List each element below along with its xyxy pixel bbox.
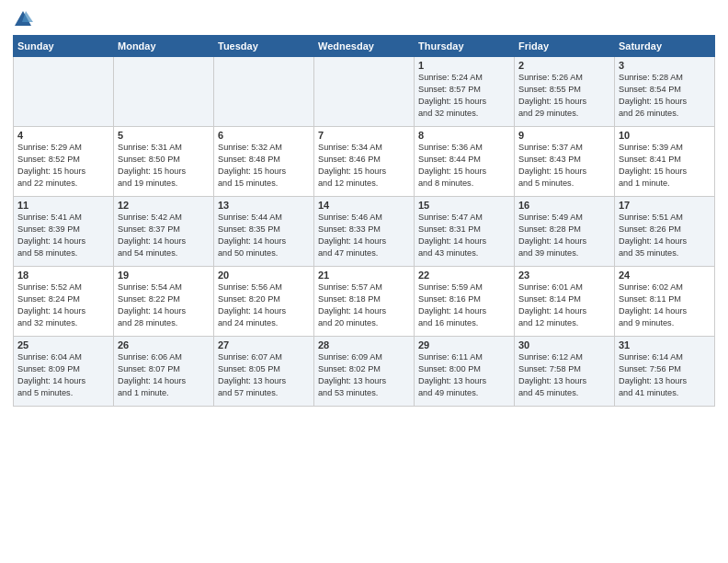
day-info: Sunrise: 6:01 AM Sunset: 8:14 PM Dayligh… <box>518 282 610 329</box>
day-info: Sunrise: 6:09 AM Sunset: 8:02 PM Dayligh… <box>318 351 410 399</box>
day-info: Sunrise: 5:44 AM Sunset: 8:35 PM Dayligh… <box>218 212 310 259</box>
day-number: 31 <box>619 339 711 350</box>
calendar-cell: 25Sunrise: 6:04 AM Sunset: 8:09 PM Dayli… <box>14 337 114 407</box>
calendar-cell: 5Sunrise: 5:31 AM Sunset: 8:50 PM Daylig… <box>114 127 214 197</box>
calendar-cell: 3Sunrise: 5:28 AM Sunset: 8:54 PM Daylig… <box>615 57 715 127</box>
day-info: Sunrise: 5:37 AM Sunset: 8:43 PM Dayligh… <box>518 142 610 190</box>
day-number: 19 <box>118 270 210 281</box>
calendar-cell: 31Sunrise: 6:14 AM Sunset: 7:56 PM Dayli… <box>615 337 715 407</box>
day-number: 26 <box>118 339 210 350</box>
header-row: SundayMondayTuesdayWednesdayThursdayFrid… <box>14 36 715 57</box>
day-number: 2 <box>518 60 610 71</box>
week-row-5: 25Sunrise: 6:04 AM Sunset: 8:09 PM Dayli… <box>14 337 715 407</box>
day-info: Sunrise: 6:14 AM Sunset: 7:56 PM Dayligh… <box>619 351 711 399</box>
header-cell-saturday: Saturday <box>615 36 715 57</box>
header-cell-friday: Friday <box>515 36 615 57</box>
day-number: 8 <box>418 130 510 141</box>
day-info: Sunrise: 5:52 AM Sunset: 8:24 PM Dayligh… <box>17 282 109 329</box>
calendar-cell <box>214 57 314 127</box>
calendar-cell: 2Sunrise: 5:26 AM Sunset: 8:55 PM Daylig… <box>515 57 615 127</box>
header-cell-thursday: Thursday <box>415 36 515 57</box>
calendar-body: 1Sunrise: 5:24 AM Sunset: 8:57 PM Daylig… <box>14 57 715 407</box>
calendar-cell <box>314 57 415 127</box>
day-number: 10 <box>619 130 711 141</box>
day-info: Sunrise: 5:57 AM Sunset: 8:18 PM Dayligh… <box>318 282 410 329</box>
calendar-cell: 26Sunrise: 6:06 AM Sunset: 8:07 PM Dayli… <box>114 337 214 407</box>
day-number: 11 <box>17 200 109 211</box>
day-number: 21 <box>318 270 410 281</box>
calendar-cell: 19Sunrise: 5:54 AM Sunset: 8:22 PM Dayli… <box>114 267 214 337</box>
calendar-cell: 28Sunrise: 6:09 AM Sunset: 8:02 PM Dayli… <box>314 337 415 407</box>
day-number: 17 <box>619 200 711 211</box>
header-cell-monday: Monday <box>114 36 214 57</box>
day-number: 6 <box>218 130 310 141</box>
day-number: 13 <box>218 200 310 211</box>
day-info: Sunrise: 5:59 AM Sunset: 8:16 PM Dayligh… <box>418 282 510 329</box>
day-number: 15 <box>418 200 510 211</box>
day-info: Sunrise: 6:04 AM Sunset: 8:09 PM Dayligh… <box>17 351 109 399</box>
day-info: Sunrise: 5:34 AM Sunset: 8:46 PM Dayligh… <box>318 142 410 190</box>
calendar-cell: 12Sunrise: 5:42 AM Sunset: 8:37 PM Dayli… <box>114 197 214 267</box>
day-info: Sunrise: 5:36 AM Sunset: 8:44 PM Dayligh… <box>418 142 510 190</box>
calendar-cell: 20Sunrise: 5:56 AM Sunset: 8:20 PM Dayli… <box>214 267 314 337</box>
calendar-cell: 27Sunrise: 6:07 AM Sunset: 8:05 PM Dayli… <box>214 337 314 407</box>
week-row-1: 1Sunrise: 5:24 AM Sunset: 8:57 PM Daylig… <box>14 57 715 127</box>
calendar-cell: 23Sunrise: 6:01 AM Sunset: 8:14 PM Dayli… <box>515 267 615 337</box>
day-number: 22 <box>418 270 510 281</box>
calendar-cell: 17Sunrise: 5:51 AM Sunset: 8:26 PM Dayli… <box>615 197 715 267</box>
header <box>13 9 715 29</box>
day-info: Sunrise: 6:07 AM Sunset: 8:05 PM Dayligh… <box>218 351 310 399</box>
day-info: Sunrise: 5:31 AM Sunset: 8:50 PM Dayligh… <box>118 142 210 190</box>
day-info: Sunrise: 6:12 AM Sunset: 7:58 PM Dayligh… <box>518 351 610 399</box>
logo <box>13 9 35 29</box>
calendar-cell: 30Sunrise: 6:12 AM Sunset: 7:58 PM Dayli… <box>515 337 615 407</box>
week-row-2: 4Sunrise: 5:29 AM Sunset: 8:52 PM Daylig… <box>14 127 715 197</box>
calendar-cell: 10Sunrise: 5:39 AM Sunset: 8:41 PM Dayli… <box>615 127 715 197</box>
header-cell-tuesday: Tuesday <box>214 36 314 57</box>
day-number: 25 <box>17 339 109 350</box>
calendar-cell: 18Sunrise: 5:52 AM Sunset: 8:24 PM Dayli… <box>14 267 114 337</box>
calendar-cell: 22Sunrise: 5:59 AM Sunset: 8:16 PM Dayli… <box>415 267 515 337</box>
calendar-cell: 9Sunrise: 5:37 AM Sunset: 8:43 PM Daylig… <box>515 127 615 197</box>
day-number: 16 <box>518 200 610 211</box>
day-info: Sunrise: 6:02 AM Sunset: 8:11 PM Dayligh… <box>619 282 711 329</box>
calendar-cell: 16Sunrise: 5:49 AM Sunset: 8:28 PM Dayli… <box>515 197 615 267</box>
week-row-4: 18Sunrise: 5:52 AM Sunset: 8:24 PM Dayli… <box>14 267 715 337</box>
calendar-cell: 4Sunrise: 5:29 AM Sunset: 8:52 PM Daylig… <box>14 127 114 197</box>
calendar-table: SundayMondayTuesdayWednesdayThursdayFrid… <box>13 35 715 407</box>
calendar-cell: 6Sunrise: 5:32 AM Sunset: 8:48 PM Daylig… <box>214 127 314 197</box>
day-number: 9 <box>518 130 610 141</box>
day-number: 5 <box>118 130 210 141</box>
day-info: Sunrise: 5:26 AM Sunset: 8:55 PM Dayligh… <box>518 72 610 120</box>
calendar-cell: 14Sunrise: 5:46 AM Sunset: 8:33 PM Dayli… <box>314 197 415 267</box>
day-number: 23 <box>518 270 610 281</box>
day-number: 27 <box>218 339 310 350</box>
calendar-cell: 11Sunrise: 5:41 AM Sunset: 8:39 PM Dayli… <box>14 197 114 267</box>
calendar-cell: 13Sunrise: 5:44 AM Sunset: 8:35 PM Dayli… <box>214 197 314 267</box>
calendar-cell: 7Sunrise: 5:34 AM Sunset: 8:46 PM Daylig… <box>314 127 415 197</box>
header-cell-sunday: Sunday <box>14 36 114 57</box>
day-info: Sunrise: 5:42 AM Sunset: 8:37 PM Dayligh… <box>118 212 210 259</box>
day-info: Sunrise: 5:24 AM Sunset: 8:57 PM Dayligh… <box>418 72 510 120</box>
day-info: Sunrise: 5:32 AM Sunset: 8:48 PM Dayligh… <box>218 142 310 190</box>
day-info: Sunrise: 5:41 AM Sunset: 8:39 PM Dayligh… <box>17 212 109 259</box>
day-number: 7 <box>318 130 410 141</box>
calendar-cell <box>114 57 214 127</box>
day-info: Sunrise: 5:46 AM Sunset: 8:33 PM Dayligh… <box>318 212 410 259</box>
day-info: Sunrise: 6:06 AM Sunset: 8:07 PM Dayligh… <box>118 351 210 399</box>
day-number: 18 <box>17 270 109 281</box>
calendar-cell: 24Sunrise: 6:02 AM Sunset: 8:11 PM Dayli… <box>615 267 715 337</box>
calendar-cell <box>14 57 114 127</box>
calendar-header: SundayMondayTuesdayWednesdayThursdayFrid… <box>14 36 715 57</box>
day-info: Sunrise: 5:47 AM Sunset: 8:31 PM Dayligh… <box>418 212 510 259</box>
day-info: Sunrise: 6:11 AM Sunset: 8:00 PM Dayligh… <box>418 351 510 399</box>
calendar-cell: 8Sunrise: 5:36 AM Sunset: 8:44 PM Daylig… <box>415 127 515 197</box>
calendar-cell: 29Sunrise: 6:11 AM Sunset: 8:00 PM Dayli… <box>415 337 515 407</box>
day-info: Sunrise: 5:39 AM Sunset: 8:41 PM Dayligh… <box>619 142 711 190</box>
day-number: 20 <box>218 270 310 281</box>
logo-icon <box>13 9 33 29</box>
day-number: 4 <box>17 130 109 141</box>
calendar-cell: 15Sunrise: 5:47 AM Sunset: 8:31 PM Dayli… <box>415 197 515 267</box>
page: SundayMondayTuesdayWednesdayThursdayFrid… <box>0 0 728 416</box>
day-number: 30 <box>518 339 610 350</box>
